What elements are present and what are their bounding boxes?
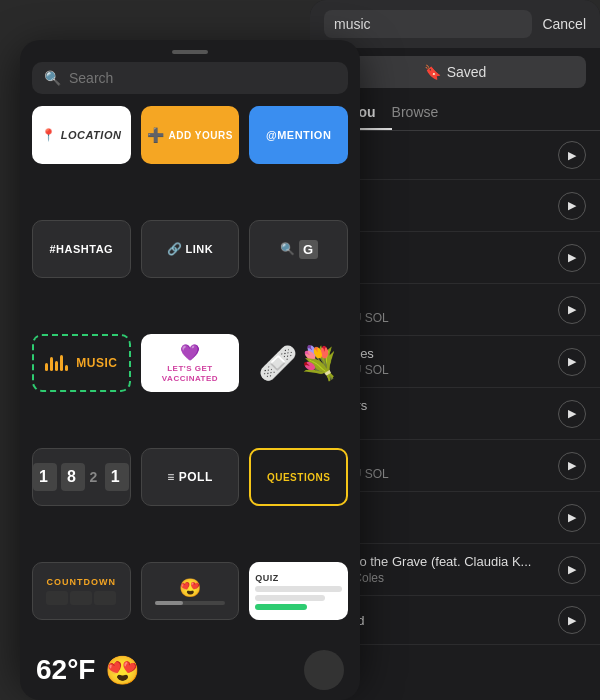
search-input[interactable] xyxy=(69,70,336,86)
play-button[interactable]: ▶ xyxy=(558,296,586,324)
emoji-display: 😍 xyxy=(105,654,140,687)
poll-label: POLL xyxy=(179,470,213,484)
play-button[interactable]: ▶ xyxy=(558,141,586,169)
bar4 xyxy=(60,355,63,371)
quiz-label: QUIZ xyxy=(255,573,279,583)
quiz-line1 xyxy=(255,586,342,592)
bar2 xyxy=(50,357,53,371)
saved-label: Saved xyxy=(447,64,487,80)
mention-label: @MENTION xyxy=(266,129,331,141)
music-saved-tab[interactable]: 🔖 Saved xyxy=(324,56,586,88)
sticker-hashtag[interactable]: #HASHTAG xyxy=(32,220,131,278)
gif-search-icon: 🔍 xyxy=(280,242,296,256)
digit-3: 1 xyxy=(105,463,129,491)
camera-icon[interactable] xyxy=(304,650,344,690)
countdown-timer-label: COUNTDOWN xyxy=(47,577,117,587)
music-panel-header: music Cancel xyxy=(310,0,600,48)
location-label: LoCatIon xyxy=(61,129,122,141)
timer-box2 xyxy=(70,591,92,605)
search-bar[interactable]: 🔍 xyxy=(32,62,348,94)
add-yours-label: ADD YOURS xyxy=(169,130,233,141)
play-button[interactable]: ▶ xyxy=(558,192,586,220)
drag-handle[interactable] xyxy=(172,50,208,54)
emoji-face: 😍 xyxy=(179,577,202,599)
link-icon: 🔗 xyxy=(167,242,183,256)
play-button[interactable]: ▶ xyxy=(558,556,586,584)
sticker-countdown-timer[interactable]: COUNTDOWN xyxy=(32,562,131,620)
emoji-slider-content: 😍 xyxy=(146,577,233,605)
gif-label: G xyxy=(299,240,318,259)
play-button[interactable]: ▶ xyxy=(558,452,586,480)
play-button[interactable]: ▶ xyxy=(558,348,586,376)
bar3 xyxy=(55,361,58,371)
sticker-music[interactable]: MUSIC xyxy=(32,334,131,392)
temperature-display: 62°F xyxy=(36,654,95,686)
play-button[interactable]: ▶ xyxy=(558,400,586,428)
digit-2: 8 xyxy=(61,463,85,491)
vaccinated-label: LET'S GETVACCINATED xyxy=(162,364,218,383)
bar5 xyxy=(65,365,68,371)
slider-fill xyxy=(155,601,183,605)
music-search-field[interactable]: music xyxy=(324,10,532,38)
link-label: LINK xyxy=(185,243,213,255)
sticker-panel: 🔍 📍 LoCatIon ➕ ADD YOURS @MENTION #HASHT… xyxy=(20,40,360,680)
music-cancel-button[interactable]: Cancel xyxy=(542,16,586,32)
sticker-emoji-slider[interactable]: 😍 xyxy=(141,562,240,620)
play-button[interactable]: ▶ xyxy=(558,606,586,634)
questions-label: QUESTIONS xyxy=(267,472,330,483)
play-button[interactable]: ▶ xyxy=(558,504,586,532)
quiz-line2 xyxy=(255,595,324,601)
sticker-gif[interactable]: 🔍 G xyxy=(249,220,348,278)
heart-icon: 💜 xyxy=(180,343,201,362)
sticker-grid: 📍 LoCatIon ➕ ADD YOURS @MENTION #HASHTAG… xyxy=(20,106,360,666)
countdown-timer-boxes xyxy=(46,591,116,605)
sticker-link[interactable]: 🔗 LINK xyxy=(141,220,240,278)
quiz-line3 xyxy=(255,604,307,610)
sticker-countdown[interactable]: 1 8 2 1 xyxy=(32,448,131,506)
sticker-poll[interactable]: ≡ POLL xyxy=(141,448,240,506)
bookmark-icon: 🔖 xyxy=(424,64,441,80)
search-icon: 🔍 xyxy=(44,70,61,86)
add-icon: ➕ xyxy=(147,127,165,143)
countdown-display: 1 8 2 1 xyxy=(33,463,129,491)
poll-lines-icon: ≡ xyxy=(167,470,175,484)
timer-box1 xyxy=(46,591,68,605)
music-label: MUSIC xyxy=(76,356,117,370)
digit-1: 1 xyxy=(33,463,57,491)
sticker-mention[interactable]: @MENTION xyxy=(249,106,348,164)
music-bars-icon xyxy=(45,355,68,371)
location-pin-icon: 📍 xyxy=(41,128,57,142)
sticker-add-yours[interactable]: ➕ ADD YOURS xyxy=(141,106,240,164)
bar1 xyxy=(45,363,48,371)
play-button[interactable]: ▶ xyxy=(558,244,586,272)
bandage-icon: 🩹💐 xyxy=(249,334,348,392)
sticker-animated-bandage[interactable]: 🩹💐 xyxy=(249,334,348,392)
timer-box3 xyxy=(94,591,116,605)
sticker-location[interactable]: 📍 LoCatIon xyxy=(32,106,131,164)
gif-search-box: 🔍 G xyxy=(280,240,318,259)
slider-track xyxy=(155,601,225,605)
sticker-quiz[interactable]: QUIZ xyxy=(249,562,348,620)
sticker-questions[interactable]: QUESTIONS xyxy=(249,448,348,506)
bottom-bar: 62°F 😍 xyxy=(20,640,360,700)
digit-separator: 2 xyxy=(89,469,101,485)
tab-browse[interactable]: Browse xyxy=(392,96,455,130)
hashtag-label: #HASHTAG xyxy=(49,243,113,255)
sticker-vaccinated[interactable]: 💜 LET'S GETVACCINATED xyxy=(141,334,240,392)
